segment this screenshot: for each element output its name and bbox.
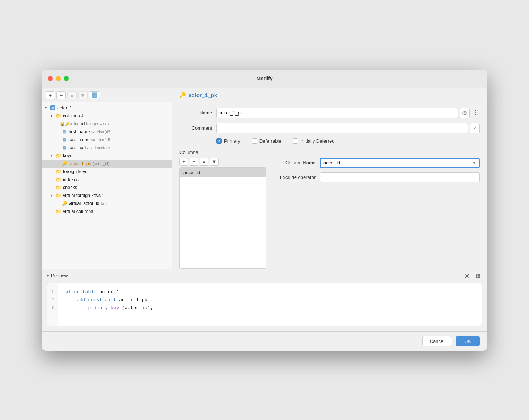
code-content: alter table actor_1 add constraint actor…	[53, 288, 476, 312]
tree-down-button[interactable]: ▼	[78, 91, 88, 99]
tree-sublabel: varchar(45	[91, 130, 110, 134]
name-generate-button[interactable]	[460, 108, 470, 118]
maximize-button[interactable]	[64, 76, 69, 81]
initially-deferred-label: Initially Deferred	[300, 138, 334, 144]
preview-settings-button[interactable]	[463, 272, 471, 280]
folder-icon: 📁	[56, 193, 62, 198]
preview-header[interactable]: ▾ Preview	[42, 269, 487, 283]
initially-deferred-checkbox-item[interactable]: Initially Deferred	[293, 138, 334, 144]
tree-label: first_name	[69, 129, 90, 134]
modify-dialog: Modify + − ▲ ▼ ▾	[42, 70, 487, 351]
tree-badge: 1	[74, 154, 76, 158]
tree-label: keys	[63, 153, 72, 158]
col-up-button[interactable]: ▲	[200, 158, 208, 166]
ok-button[interactable]: OK	[456, 336, 480, 346]
comment-expand-button[interactable]: ↗	[470, 123, 480, 133]
left-panel: + − ▲ ▼ ▾ ≡	[42, 88, 172, 269]
col-down-button[interactable]: ▼	[210, 158, 219, 166]
tree-item-keys[interactable]: ▾ 📁 keys 1	[42, 152, 172, 160]
col-key-icon: 🔒🔑	[62, 121, 67, 127]
tree-sublabel: (actor_id)	[93, 161, 109, 166]
comment-input[interactable]	[216, 123, 468, 133]
primary-checkbox[interactable]	[216, 138, 222, 144]
name-input-group: ⋮	[216, 108, 480, 118]
col-name-row: Column Name actor_id ▼	[272, 158, 480, 168]
tree-label: columns	[63, 113, 80, 118]
tree-sublabel: varchar(45	[91, 138, 110, 142]
tree-item-first_name[interactable]: ▸ ▦ first_name varchar(45	[42, 128, 172, 136]
close-button[interactable]	[48, 76, 53, 81]
col-remove-button[interactable]: −	[190, 158, 198, 166]
tree-item-last_update[interactable]: ▸ ▦ last_update timestam	[42, 144, 172, 152]
name-input[interactable]	[216, 108, 458, 118]
tree-label: foreign keys	[63, 169, 87, 174]
name-label: Name	[179, 110, 212, 116]
primary-checkbox-item[interactable]: Primary	[216, 138, 240, 144]
gutter-line: 3	[51, 304, 54, 312]
tree-item-actor_1[interactable]: ▾ ≡ actor_1	[42, 104, 172, 112]
tree-label: checks	[63, 185, 77, 190]
code-gutter: 1 2 3	[47, 283, 58, 326]
header-title: actor_1_pk	[189, 92, 217, 98]
tree-badge: 1	[102, 193, 104, 198]
columns-panel: + − ▲ ▼ actor_id Column Name	[179, 158, 480, 269]
col-name-select[interactable]: actor_id ▼	[320, 158, 480, 168]
col-icon: ▦	[62, 137, 67, 143]
col-exclude-row: Exclude operator	[272, 172, 480, 182]
key-purple-icon: 🔑	[62, 201, 67, 206]
col-exclude-input[interactable]	[320, 172, 480, 182]
tree-item-columns[interactable]: ▾ 📁 columns 4	[42, 112, 172, 120]
titlebar: Modify	[42, 70, 487, 88]
cancel-button[interactable]: Cancel	[422, 336, 452, 346]
col-name-label: Column Name	[272, 160, 316, 165]
col-name-value: actor_id	[323, 160, 340, 165]
comment-input-group: ↗	[216, 123, 480, 133]
tree-item-last_name[interactable]: ▸ ▦ last_name varchar(45	[42, 136, 172, 144]
keyword: primary key	[88, 305, 119, 311]
list-item[interactable]: actor_id	[180, 168, 266, 177]
tree-label: virtual columns	[63, 209, 93, 214]
form-header: 🔑 actor_1_pk	[172, 88, 487, 102]
deferrable-checkbox-item[interactable]: Deferrable	[252, 138, 282, 144]
col-icon: ▦	[62, 129, 67, 135]
folder-icon: 📁	[56, 209, 62, 214]
chevron-icon: ▾	[45, 106, 50, 110]
code-line-1: alter table actor_1	[65, 288, 476, 296]
minimize-button[interactable]	[56, 76, 61, 81]
columns-list: actor_id	[179, 167, 266, 269]
tree-badge: 4	[81, 114, 84, 118]
header-key-icon: 🔑	[179, 92, 186, 98]
deferrable-checkbox[interactable]	[252, 138, 257, 144]
tree-item-virtual_foreign_keys[interactable]: ▾ 📁 virtual foreign keys 1	[42, 192, 172, 200]
tree-item-virtual_columns[interactable]: ▸ 📁 virtual columns	[42, 207, 172, 215]
keyword: add constraint	[77, 297, 116, 303]
tree-item-virtual_actor_id[interactable]: ▸ 🔑 virtual_actor_id (act	[42, 200, 172, 207]
tree-item-actor_id[interactable]: ▸ 🔒🔑 actor_id integer = nex	[42, 120, 172, 128]
tree-item-checks[interactable]: ▸ 📁 checks	[42, 184, 172, 192]
name-row: Name ⋮	[179, 108, 480, 118]
folder-icon: 📁	[56, 153, 62, 159]
columns-mini-toolbar: + − ▲ ▼	[179, 158, 266, 166]
primary-label: Primary	[224, 138, 240, 144]
folder-icon: 📁	[56, 177, 62, 182]
col-add-button[interactable]: +	[179, 158, 188, 166]
table-icon: ≡	[50, 105, 56, 111]
chevron-icon: ▾	[51, 114, 56, 118]
name-more-button[interactable]: ⋮	[471, 108, 480, 118]
preview-export-button[interactable]	[474, 272, 482, 280]
columns-section-label: Columns	[179, 150, 480, 155]
tree-item-actor_1_pk[interactable]: ▸ 🔑 actor_1_pk (actor_id)	[42, 160, 172, 168]
tree-remove-button[interactable]: −	[56, 91, 66, 99]
folder-icon: 📁	[56, 113, 62, 119]
chevron-icon: ▾	[51, 154, 56, 158]
tree-table-button[interactable]	[89, 91, 100, 99]
initially-deferred-checkbox[interactable]	[293, 138, 298, 144]
tree-item-foreign_keys[interactable]: ▸ 📁 foreign keys	[42, 168, 172, 176]
preview-chevron-icon: ▾	[47, 274, 49, 278]
tree-item-indexes[interactable]: ▸ 📁 indexes	[42, 176, 172, 184]
tree-add-button[interactable]: +	[46, 91, 55, 99]
preview-title: Preview	[51, 273, 68, 278]
tree-area: ▾ ≡ actor_1 ▾ 📁 columns 4	[42, 102, 172, 269]
code-line-2: add constraint actor_1_pk	[65, 296, 476, 304]
tree-up-button[interactable]: ▲	[67, 91, 77, 99]
